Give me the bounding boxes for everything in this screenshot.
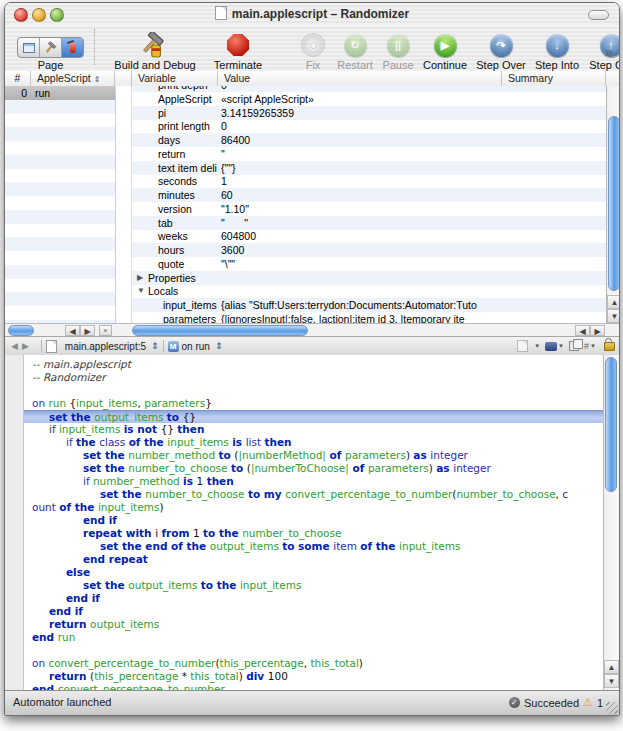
resize-grip[interactable] — [606, 702, 618, 714]
circle-shape: || — [387, 34, 410, 57]
code-vscroll-thumb[interactable] — [605, 357, 617, 492]
variable-row[interactable]: print length0 — [132, 119, 607, 133]
variable-value: {alias "Stuff:Users:terrydon:Documents:A… — [221, 298, 605, 312]
variable-name: days — [158, 133, 217, 147]
variables-pane[interactable]: print depth0AppleScript«script AppleScri… — [131, 86, 607, 323]
code-line: return (this_percentage * this_total) di… — [24, 670, 604, 683]
vars-scroll-right-arrow[interactable]: ▶ — [590, 325, 605, 336]
circle-shape: ↷ — [490, 34, 513, 57]
nav-separator2 — [163, 340, 164, 352]
breakpoints-icon[interactable]: ▼ — [545, 342, 564, 351]
column-header-num[interactable]: # — [5, 71, 31, 86]
disclosure-expanded-icon[interactable]: ▼ — [137, 284, 145, 298]
column-header-gap — [115, 71, 131, 86]
variable-row[interactable]: pi3.14159265359 — [132, 106, 607, 120]
code-scroll-up-arrow[interactable]: ▲ — [604, 660, 619, 674]
column-header-applescript[interactable]: AppleScript ⇕ — [31, 71, 115, 86]
variable-row[interactable]: version"1.10" — [132, 202, 607, 216]
code-line: end convert_percentage_to_number — [24, 683, 604, 690]
stack-scroll-right-arrow[interactable]: ▶ — [80, 325, 95, 336]
window-title: main.applescript – Randomizer — [232, 7, 409, 21]
disclosure-collapsed-icon[interactable]: ▶ — [137, 271, 143, 285]
method-icon: M — [168, 341, 179, 352]
scope-popup[interactable]: M on run ⇕ — [168, 341, 223, 352]
stack-row[interactable]: 0run — [5, 86, 115, 100]
stack-empty-row — [5, 127, 115, 141]
stack-hscrollbar[interactable] — [7, 325, 63, 336]
column-header-variable[interactable]: Variable — [131, 71, 218, 86]
toolbar-overflow-chevron[interactable]: » — [605, 43, 613, 60]
variable-name: Locals — [148, 284, 217, 298]
variable-row[interactable]: return" — [132, 147, 607, 161]
toolbar-button-fix[interactable]: Fix — [295, 25, 331, 71]
toolbar-button-build-and-debug[interactable]: Build and Debug — [109, 25, 201, 71]
variable-row[interactable]: hours3600 — [132, 243, 607, 257]
variable-row[interactable]: AppleScript«script AppleScript» — [132, 92, 607, 106]
variable-row[interactable]: quote"\"" — [132, 257, 607, 271]
variable-row[interactable]: tab" " — [132, 216, 607, 230]
column-header-value[interactable]: Value — [218, 71, 502, 86]
succeeded-label[interactable]: Succeeded — [524, 697, 579, 709]
segment-debug[interactable] — [62, 38, 83, 57]
stack-frame-number: 0 — [5, 86, 27, 100]
title-bar[interactable]: main.applescript – Randomizer — [5, 3, 619, 26]
toolbar-button-step-over[interactable]: ↷Step Over — [473, 25, 529, 71]
variable-row[interactable]: ▶Properties — [132, 271, 607, 285]
variable-row[interactable]: text item delimi{""} — [132, 161, 607, 175]
stack-scroll-left-arrow[interactable]: ◀ — [65, 325, 80, 336]
forward-icon[interactable]: ▶ — [22, 341, 33, 351]
vars-scroll-left-arrow[interactable]: ◀ — [575, 325, 590, 336]
stack-hscroll-thumb[interactable] — [8, 325, 34, 336]
scroll-down-arrow[interactable]: ▼ — [607, 309, 619, 323]
toolbar-toggle-button[interactable] — [588, 10, 609, 20]
toolbar-button-pause[interactable]: ||Pause — [379, 25, 417, 71]
scope-stepper-icon[interactable]: ⇕ — [215, 341, 223, 351]
breakpoint-gutter[interactable] — [5, 355, 24, 690]
variable-row[interactable]: parameters{|ignoresInput|:false, |action… — [132, 312, 607, 323]
bookmarks-icon[interactable]: ▼ — [517, 340, 540, 352]
pane-splitter-grip[interactable] — [99, 325, 112, 336]
code-line: set the number_to_choose to (|numberToCh… — [24, 462, 604, 475]
variable-value: 0 — [221, 119, 605, 133]
warning-icon[interactable]: ⚠ — [583, 696, 593, 709]
variable-row[interactable]: ▼Locals — [132, 284, 607, 298]
code-scroll-down-arrow[interactable]: ▼ — [604, 674, 619, 688]
nav-back-forward[interactable]: ◀▶ — [11, 341, 33, 351]
variables-hscrollbar[interactable] — [131, 325, 571, 336]
line-number-icon[interactable]: #▼ — [584, 341, 596, 351]
variables-vscroll-thumb[interactable] — [608, 116, 619, 291]
variables-vscrollbar[interactable]: ▲ ▼ — [606, 86, 619, 323]
code-vscrollbar[interactable]: ▲ ▼ — [603, 355, 619, 690]
variable-row[interactable]: seconds1 — [132, 174, 607, 188]
file-popup[interactable]: main.applescript:5 ⇕ — [46, 340, 159, 353]
toolbar-button-label: Step Over — [476, 59, 526, 71]
variable-row[interactable]: input_items{alias "Stuff:Users:terrydon:… — [132, 298, 607, 312]
column-header-summary[interactable]: Summary — [502, 71, 606, 86]
variable-row[interactable]: weeks604800 — [132, 229, 607, 243]
call-stack-pane[interactable]: 0run — [5, 86, 116, 323]
variable-row[interactable]: minutes60 — [132, 188, 607, 202]
toolbar-button-terminate[interactable]: Terminate — [207, 25, 269, 71]
code-line: on run {input_items, parameters} — [24, 397, 604, 410]
segment-build[interactable] — [40, 38, 62, 57]
variable-row[interactable]: days86400 — [132, 133, 607, 147]
code-line — [24, 384, 604, 397]
variable-name: return — [158, 147, 217, 161]
file-stepper-icon[interactable]: ⇕ — [151, 341, 159, 351]
code-editor[interactable]: -- main.applescript-- Randomizeron run {… — [5, 355, 619, 690]
counterpart-icon[interactable] — [569, 341, 579, 351]
warning-count[interactable]: 1 — [597, 697, 603, 709]
toolbar-button-restart[interactable]: ↻Restart — [333, 25, 377, 71]
scroll-up-arrow[interactable]: ▲ — [607, 295, 619, 309]
variables-hscroll-thumb[interactable] — [132, 325, 308, 336]
variable-value: «script AppleScript» — [221, 92, 605, 106]
code-line: set the number_to_choose to my convert_p… — [24, 488, 604, 501]
toolbar-button-step-into[interactable]: ↓Step Into — [531, 25, 583, 71]
back-icon[interactable]: ◀ — [11, 341, 22, 351]
toolbar-button-continue[interactable]: ▶Continue — [419, 25, 471, 71]
toolbar-button-step-out[interactable]: ↑Step Out — [585, 25, 620, 71]
stack-empty-row — [5, 210, 115, 224]
segment-editor[interactable] — [18, 38, 40, 57]
lock-icon[interactable] — [604, 342, 615, 351]
stop-octagon-icon — [227, 32, 249, 58]
